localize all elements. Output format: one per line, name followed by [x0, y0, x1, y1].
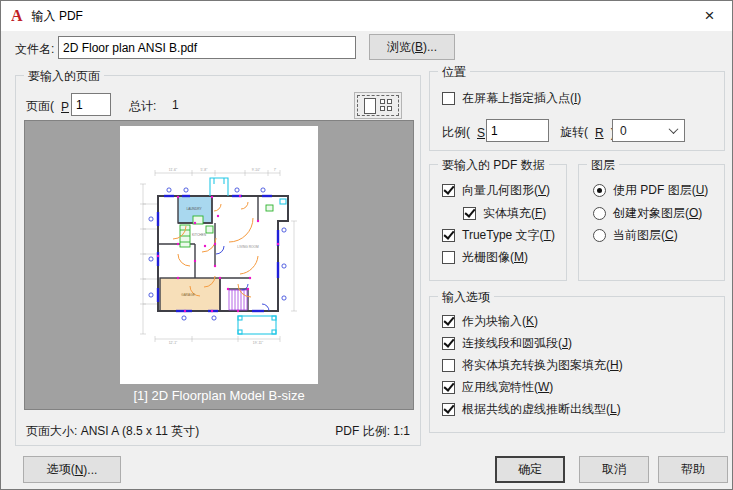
layers-group: 图层 使用 PDF 图层(U) 创建对象图层(O) 当前图层(C) — [578, 164, 725, 281]
pdf-page-thumbnail: 11'-6" 5'-8" 9'-10" 7' 12'-1" 19'-11" — [120, 126, 318, 384]
options-button[interactable]: 选项(N)... — [23, 456, 121, 483]
thumbnail-view-toggle-button[interactable] — [354, 92, 402, 119]
filename-label: 文件名: — [15, 41, 54, 58]
checkbox-box[interactable] — [442, 381, 455, 394]
rotation-dropdown[interactable]: 0 — [612, 119, 685, 142]
help-button[interactable]: 帮助 — [658, 456, 728, 483]
svg-text:5'-8": 5'-8" — [201, 168, 209, 172]
radio-label: 当前图层(C) — [613, 227, 678, 244]
svg-text:LAUNDRY: LAUNDRY — [186, 207, 202, 211]
position-group: 位置 在屏幕上指定插入点(I) 比例(S): 旋转(R): 0 — [429, 71, 725, 151]
browse-button[interactable]: 浏览(B)... — [369, 34, 455, 60]
svg-text:11'-6": 11'-6" — [169, 168, 178, 172]
convert-fills-to-hatches-checkbox[interactable]: 将实体填充转换为图案填充(H) — [442, 357, 623, 374]
import-options-group: 输入选项 作为块输入(K) 连接线段和圆弧段(J) 将实体填充转换为图案填充(H… — [429, 296, 725, 433]
radio-button[interactable] — [593, 184, 606, 197]
checkbox-label: 实体填充(F) — [483, 205, 546, 222]
total-label: 总计: — [129, 98, 156, 115]
solid-fills-checkbox[interactable]: 实体填充(F) — [463, 205, 546, 222]
pdf-preview-area: 11'-6" 5'-8" 9'-10" 7' 12'-1" 19'-11" — [24, 120, 414, 410]
apply-lineweight-checkbox[interactable]: 应用线宽特性(W) — [442, 379, 553, 396]
infer-linetypes-checkbox[interactable]: 根据共线的虚线推断出线型(L) — [442, 401, 621, 418]
import-as-block-checkbox[interactable]: 作为块输入(K) — [442, 313, 538, 330]
checkbox-label: 应用线宽特性(W) — [462, 379, 553, 396]
svg-text:GARAGE: GARAGE — [181, 293, 195, 297]
svg-text:12'-1": 12'-1" — [169, 341, 178, 345]
radio-label: 使用 PDF 图层(U) — [613, 182, 708, 199]
rotation-label: 旋转(R): — [560, 124, 618, 141]
radio-label: 创建对象图层(O) — [613, 205, 702, 222]
checkbox-label: 在屏幕上指定插入点(I) — [462, 90, 581, 107]
radio-button[interactable] — [593, 207, 606, 220]
pdf-data-group-title: 要输入的 PDF 数据 — [438, 157, 549, 174]
total-value: 1 — [172, 98, 179, 112]
radio-button[interactable] — [593, 229, 606, 242]
checkbox-box[interactable] — [442, 92, 455, 105]
checkbox-box[interactable] — [442, 403, 455, 416]
checkbox-box[interactable] — [442, 229, 455, 242]
rotation-value: 0 — [620, 124, 627, 138]
checkbox-label: 根据共线的虚线推断出线型(L) — [462, 401, 621, 418]
checkbox-box[interactable] — [442, 315, 455, 328]
checkbox-box[interactable] — [442, 359, 455, 372]
raster-images-checkbox[interactable]: 光栅图像(M) — [442, 249, 528, 266]
checkbox-label: 光栅图像(M) — [462, 249, 528, 266]
autocad-logo-icon: A — [11, 8, 23, 25]
checkbox-box[interactable] — [442, 337, 455, 350]
checkbox-box[interactable] — [463, 207, 476, 220]
floorplan-preview-image: 11'-6" 5'-8" 9'-10" 7' 12'-1" 19'-11" — [120, 126, 318, 384]
pages-group-title: 要输入的页面 — [24, 68, 104, 85]
svg-text:KITCHEN: KITCHEN — [192, 233, 207, 237]
current-layer-radio[interactable]: 当前图层(C) — [593, 227, 678, 244]
pages-group: 要输入的页面 页面(P): 总计: 1 — [15, 75, 421, 446]
checkbox-label: 连接线段和圆弧段(J) — [462, 335, 572, 352]
checkbox-box[interactable] — [442, 184, 455, 197]
position-group-title: 位置 — [438, 64, 470, 81]
svg-text:9'-10": 9'-10" — [252, 168, 261, 172]
close-icon[interactable]: × — [687, 1, 732, 31]
truetype-text-checkbox[interactable]: TrueType 文字(T) — [442, 227, 555, 244]
checkbox-label: 向量几何图形(V) — [462, 182, 550, 199]
chevron-down-icon — [669, 124, 679, 134]
vector-geometry-checkbox[interactable]: 向量几何图形(V) — [442, 182, 550, 199]
specify-insertion-point-checkbox[interactable]: 在屏幕上指定插入点(I) — [442, 90, 581, 107]
pdf-scale-label: PDF 比例: 1:1 — [335, 423, 410, 440]
checkbox-label: TrueType 文字(T) — [462, 227, 555, 244]
focus-rect — [357, 95, 399, 116]
join-segments-checkbox[interactable]: 连接线段和圆弧段(J) — [442, 335, 572, 352]
use-pdf-layers-radio[interactable]: 使用 PDF 图层(U) — [593, 182, 708, 199]
preview-caption: [1] 2D Floorplan Model B-size — [25, 388, 413, 403]
svg-text:7': 7' — [274, 168, 277, 172]
svg-text:LIVING ROOM: LIVING ROOM — [237, 245, 259, 249]
create-object-layers-radio[interactable]: 创建对象图层(O) — [593, 205, 702, 222]
layers-group-title: 图层 — [587, 157, 619, 174]
scale-input[interactable] — [486, 119, 549, 142]
filename-input[interactable] — [58, 36, 356, 59]
checkbox-label: 将实体填充转换为图案填充(H) — [462, 357, 623, 374]
import-pdf-dialog: A 输入 PDF × 文件名: 浏览(B)... 要输入的页面 页面(P): 总… — [0, 0, 733, 490]
page-size-label: 页面大小: ANSI A (8.5 x 11 英寸) — [26, 423, 199, 440]
checkbox-label: 作为块输入(K) — [462, 313, 538, 330]
svg-text:19'-11": 19'-11" — [253, 341, 264, 345]
import-options-group-title: 输入选项 — [438, 289, 494, 306]
dialog-title: 输入 PDF — [32, 8, 83, 25]
page-number-input[interactable] — [71, 93, 111, 116]
cancel-button[interactable]: 取消 — [579, 456, 649, 483]
ok-button[interactable]: 确定 — [495, 456, 565, 483]
titlebar: A 输入 PDF × — [1, 1, 732, 31]
checkbox-box[interactable] — [442, 251, 455, 264]
pdf-data-group: 要输入的 PDF 数据 向量几何图形(V) 实体填充(F) TrueType 文… — [429, 164, 567, 281]
